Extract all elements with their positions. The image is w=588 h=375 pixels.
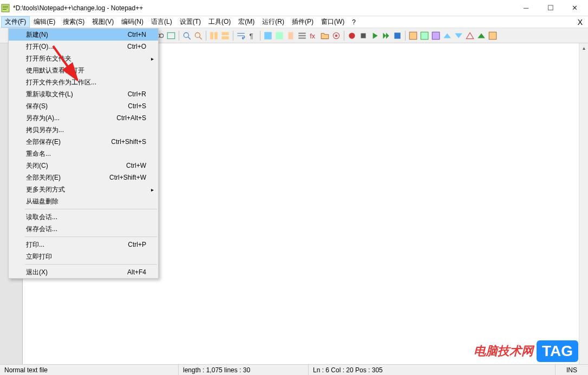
svg-rect-14: [264, 32, 272, 40]
tb-icon-1[interactable]: [408, 31, 418, 41]
close-button[interactable]: ✕: [563, 0, 587, 16]
window-title: *D:\tools\Notepad++\change.log - Notepad…: [13, 4, 514, 12]
menu-item[interactable]: 重命名...: [9, 148, 158, 160]
sync-h-icon[interactable]: [220, 31, 230, 41]
menu-window[interactable]: 窗口(W): [317, 16, 348, 28]
menu-settings[interactable]: 设置(T): [176, 16, 205, 28]
svg-rect-15: [276, 32, 283, 40]
svg-text:fx: fx: [310, 32, 315, 40]
svg-rect-11: [221, 32, 229, 35]
record-icon[interactable]: [347, 31, 357, 41]
menu-encoding[interactable]: 编码(N): [117, 16, 147, 28]
menu-item[interactable]: 更多关闭方式▸: [9, 183, 158, 195]
folder-workspace-icon[interactable]: [320, 31, 330, 41]
menu-item[interactable]: 新建(N)Ctrl+N: [9, 29, 158, 41]
zoom-in-icon[interactable]: [182, 31, 192, 41]
svg-rect-6: [167, 32, 175, 38]
svg-rect-12: [221, 36, 229, 40]
menu-item[interactable]: 打开所在文件夹▸: [9, 52, 158, 64]
status-length: length : 1,075 lines : 30: [179, 365, 309, 375]
menu-item[interactable]: 另存为(A)...Ctrl+Alt+S: [9, 112, 158, 124]
svg-rect-17: [298, 32, 306, 34]
menu-item[interactable]: 使用默认查看器打开: [9, 64, 158, 76]
svg-point-7: [184, 32, 188, 37]
menu-search[interactable]: 搜索(S): [59, 16, 88, 28]
show-all-chars-icon[interactable]: ¶: [247, 31, 257, 41]
doc-map-icon[interactable]: [286, 31, 296, 41]
svg-rect-19: [298, 37, 306, 38]
menu-item[interactable]: 保存会话...: [9, 223, 158, 235]
svg-point-23: [349, 32, 355, 38]
menu-item[interactable]: 重新读取文件(L)Ctrl+R: [9, 88, 158, 100]
menu-item[interactable]: 从磁盘删除: [9, 195, 158, 207]
menubar-close-icon[interactable]: X: [573, 18, 587, 27]
indent-guide-icon[interactable]: [263, 31, 273, 41]
menu-item[interactable]: 打开(O)...Ctrl+O: [9, 41, 158, 52]
svg-rect-2: [3, 8, 8, 8]
tb-icon-4[interactable]: [442, 31, 452, 41]
save-macro-icon[interactable]: [393, 31, 402, 41]
maximize-button[interactable]: ☐: [538, 0, 563, 16]
zoom-out-icon[interactable]: [193, 31, 203, 41]
doc-list-icon[interactable]: [297, 31, 307, 41]
watermark: 电脑技术网 TAG: [474, 340, 578, 362]
menu-item[interactable]: 立即打印: [9, 251, 158, 262]
vertical-scrollbar[interactable]: ▴: [579, 43, 588, 364]
app-icon: [1, 4, 10, 12]
status-position: Ln : 6 Col : 20 Pos : 305: [309, 365, 556, 375]
chevron-right-icon: ▸: [151, 56, 154, 62]
menu-help[interactable]: ?: [348, 17, 360, 27]
menu-item[interactable]: 全部保存(E)Ctrl+Shift+S: [9, 136, 158, 148]
watermark-site: 电脑技术网: [474, 343, 533, 359]
func-list-icon[interactable]: fx: [309, 31, 318, 41]
monitoring-icon[interactable]: [331, 31, 341, 41]
menu-macro[interactable]: 宏(M): [234, 16, 258, 28]
tb-icon-5[interactable]: [454, 31, 463, 41]
minimize-button[interactable]: ─: [514, 0, 538, 16]
status-ins: INS: [556, 365, 588, 375]
menu-item[interactable]: 拷贝另存为...: [9, 124, 158, 136]
sync-v-icon[interactable]: [209, 31, 219, 41]
play-icon[interactable]: [370, 31, 380, 41]
menu-item[interactable]: 保存(S)Ctrl+S: [9, 100, 158, 112]
menu-language[interactable]: 语言(L): [147, 16, 176, 28]
menu-run[interactable]: 运行(R): [258, 16, 288, 28]
play-multi-icon[interactable]: [381, 31, 391, 41]
svg-rect-28: [432, 32, 440, 40]
menu-edit[interactable]: 编辑(E): [30, 16, 59, 28]
scroll-up-icon[interactable]: ▴: [579, 43, 588, 52]
tb-icon-2[interactable]: [420, 31, 429, 41]
tb-icon-3[interactable]: [431, 31, 441, 41]
menu-item[interactable]: 关闭(C)Ctrl+W: [9, 160, 158, 172]
menu-view[interactable]: 视图(V): [88, 16, 117, 28]
svg-rect-3: [3, 9, 6, 10]
menu-plugins[interactable]: 插件(P): [288, 16, 317, 28]
svg-rect-16: [289, 32, 293, 40]
svg-text:¶: ¶: [249, 31, 253, 40]
stop-icon[interactable]: [358, 31, 368, 41]
tb-icon-6[interactable]: [465, 31, 475, 41]
menu-item[interactable]: 打开文件夹作为工作区...: [9, 76, 158, 88]
svg-rect-27: [421, 32, 428, 40]
svg-rect-1: [3, 6, 8, 6]
menubar: 文件(F) 编辑(E) 搜索(S) 视图(V) 编码(N) 语言(L) 设置(T…: [0, 16, 588, 28]
tb-icon-8[interactable]: [488, 31, 498, 41]
chevron-right-icon: ▸: [151, 187, 154, 193]
wordwrap-icon[interactable]: [236, 31, 246, 41]
svg-rect-24: [361, 33, 366, 38]
menu-tools[interactable]: 工具(O): [205, 16, 234, 28]
menu-file[interactable]: 文件(F): [1, 16, 30, 28]
watermark-tag: TAG: [537, 340, 578, 362]
menu-item[interactable]: 退出(X)Alt+F4: [9, 266, 158, 278]
find-replace-icon[interactable]: [166, 31, 176, 41]
titlebar: *D:\tools\Notepad++\change.log - Notepad…: [0, 0, 588, 16]
menu-item[interactable]: 全部关闭(E)Ctrl+Shift+W: [9, 172, 158, 183]
svg-rect-29: [489, 32, 496, 40]
menu-item[interactable]: 读取会话...: [9, 211, 158, 223]
tb-icon-7[interactable]: [476, 31, 486, 41]
svg-rect-26: [409, 32, 417, 40]
menu-item[interactable]: 打印...Ctrl+P: [9, 239, 158, 251]
svg-rect-18: [298, 35, 306, 36]
ud-lang-icon[interactable]: [275, 31, 284, 41]
svg-rect-10: [214, 32, 218, 40]
